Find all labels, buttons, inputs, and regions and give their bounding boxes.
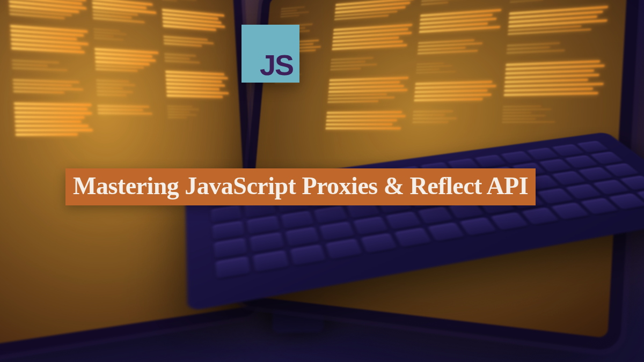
hero-graphic: JS Mastering JavaScript Proxies & Reflec… [0,0,644,362]
page-title: Mastering JavaScript Proxies & Reflect A… [73,172,528,200]
js-badge-label: JS [260,50,293,79]
laptop-keyboard [185,132,644,312]
title-banner: Mastering JavaScript Proxies & Reflect A… [65,168,536,205]
js-badge: JS [241,25,299,83]
